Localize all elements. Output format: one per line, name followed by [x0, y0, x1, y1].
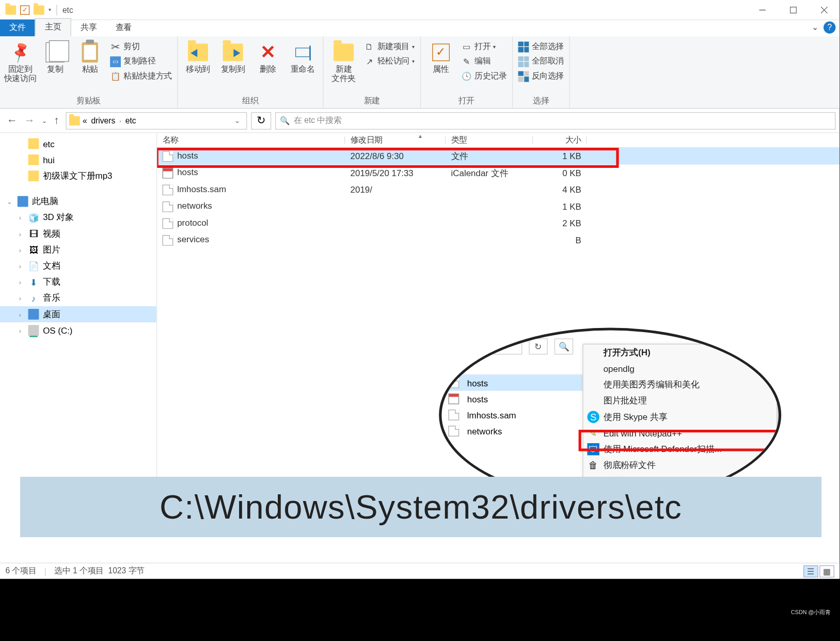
file-row[interactable]: servicesB	[157, 231, 839, 248]
skype-icon: S	[588, 411, 599, 423]
search-input[interactable]: 🔍 在 etc 中搜索	[275, 112, 836, 129]
navbar: ← → ⌄ ↑ « drivers › etc ⌄ ↻ 🔍 在 etc 中搜索	[0, 109, 839, 133]
group-open-label: 打开	[458, 94, 474, 108]
ctx-item-notepadpp[interactable]: ✎Edit with Notepad++	[583, 425, 776, 441]
up-button[interactable]: ↑	[54, 115, 59, 127]
file-icon	[448, 426, 459, 436]
pin-to-quickaccess-button[interactable]: 📌固定到 快速访问	[4, 39, 36, 84]
file-row[interactable]: networks1 KB	[157, 198, 839, 215]
tree-item[interactable]: ›🧊3D 对象	[0, 210, 156, 226]
file-icon	[163, 151, 173, 162]
close-button[interactable]	[809, 0, 840, 20]
tree-item[interactable]: hui	[0, 152, 156, 168]
select-all-button[interactable]: 全部选择	[517, 40, 565, 53]
calendar-icon	[163, 168, 173, 179]
3d-objects-icon: 🧊	[28, 212, 39, 223]
tree-item-desktop[interactable]: ›桌面	[0, 306, 156, 322]
qat-dropdown-icon[interactable]: ▾	[49, 7, 51, 13]
zoom-annotation: 组织 ⌄ ↻ 🔍 名称 hosts hosts lmhosts.sam netw…	[439, 327, 781, 502]
collapse-ribbon-icon[interactable]: ⌄	[812, 23, 818, 32]
view-details-button[interactable]: ☰	[803, 565, 818, 577]
tree-item-this-pc[interactable]: ⌄此电脑	[0, 193, 156, 209]
forward-button: →	[24, 115, 35, 127]
invert-selection-button[interactable]: 反向选择	[517, 70, 565, 83]
minimize-button[interactable]	[747, 0, 778, 20]
ctx-item-opendlg[interactable]: opendlg	[583, 361, 776, 377]
tab-view[interactable]: 查看	[106, 20, 141, 37]
copy-path-button[interactable]: ▭复制路径	[109, 55, 173, 68]
pc-icon	[18, 196, 28, 207]
video-icon: 🎞	[28, 228, 39, 239]
col-date[interactable]: 修改日期	[345, 134, 446, 146]
tree-item[interactable]: etc	[0, 136, 156, 152]
svg-rect-1	[790, 7, 797, 13]
tree-item[interactable]: ›📄文档	[0, 258, 156, 274]
file-icon	[163, 201, 173, 212]
file-header: 名称 ▴ 修改日期 类型 大小	[157, 133, 839, 148]
file-row[interactable]: lmhosts.sam2019/4 KB	[157, 181, 839, 198]
watermark: CSDN @小雨青	[791, 609, 831, 616]
history-button[interactable]: 🕓历史记录	[459, 70, 508, 83]
rename-button[interactable]: 重命名	[287, 39, 319, 74]
tree-item[interactable]: ›♪音乐	[0, 290, 156, 306]
paste-button[interactable]: 粘贴	[74, 39, 106, 74]
refresh-button[interactable]: ↻	[251, 112, 271, 129]
col-name[interactable]: 名称	[157, 134, 345, 146]
tree-item[interactable]: ›🖼图片	[0, 242, 156, 258]
folder-icon	[69, 116, 80, 125]
file-icon	[163, 218, 173, 229]
address-bar[interactable]: « drivers › etc ⌄	[66, 112, 247, 129]
col-type[interactable]: 类型	[446, 134, 533, 146]
window-title: etc	[62, 5, 73, 14]
maximize-button[interactable]	[778, 0, 809, 20]
tree-item[interactable]: ›OS (C:)	[0, 322, 156, 338]
address-dropdown-icon[interactable]: ⌄	[230, 117, 244, 124]
mini-address[interactable]: ⌄	[441, 338, 522, 354]
select-none-button[interactable]: 全部取消	[517, 55, 565, 68]
breadcrumb[interactable]: drivers	[90, 116, 117, 125]
file-row[interactable]: protocol2 KB	[157, 215, 839, 231]
file-row[interactable]: hosts2019/5/20 17:33iCalendar 文件0 KB	[157, 165, 839, 182]
tab-home[interactable]: 主页	[35, 18, 71, 36]
paste-shortcut-button[interactable]: 📋粘贴快捷方式	[109, 70, 173, 83]
pictures-icon: 🖼	[28, 244, 39, 255]
properties-button[interactable]: ✓属性	[425, 39, 457, 74]
nav-tree[interactable]: etc hui 初级课文下册mp3 ⌄此电脑 ›🧊3D 对象 ›🎞视频 ›🖼图片…	[0, 133, 157, 527]
music-icon: ♪	[28, 293, 39, 304]
ctx-item-batch[interactable]: 图片批处理	[583, 393, 776, 409]
copy-button[interactable]: 复制	[39, 39, 71, 74]
check-icon[interactable]: ✓	[20, 5, 29, 14]
moveto-button[interactable]: 移动到	[182, 39, 214, 74]
recent-dropdown-icon[interactable]: ⌄	[42, 117, 47, 124]
copyto-button[interactable]: 复制到	[217, 39, 249, 74]
delete-button[interactable]: ✕删除	[251, 39, 283, 74]
ctx-item-defender[interactable]: 🛡使用 Microsoft Defender扫描...	[583, 441, 776, 457]
path-annotation: C:\Windows\System32\drivers\etc	[20, 477, 821, 537]
group-new-label: 新建	[364, 94, 380, 108]
shred-icon: 🗑	[588, 459, 599, 471]
group-clipboard-label: 剪贴板	[76, 94, 101, 108]
search-icon: 🔍	[280, 116, 290, 125]
col-size[interactable]: 大小	[533, 134, 587, 146]
open-button[interactable]: ▭打开▾	[459, 40, 508, 53]
back-button[interactable]: ←	[7, 115, 18, 127]
new-item-button[interactable]: 🗋新建项目▾	[362, 40, 416, 53]
ctx-item-skype[interactable]: S使用 Skype 共享	[583, 409, 776, 425]
help-icon[interactable]: ?	[823, 22, 835, 34]
file-row[interactable]: hosts2022/8/6 9:30文件1 KB	[157, 148, 839, 165]
calendar-icon	[448, 394, 459, 404]
ctx-item-meitu[interactable]: 使用美图秀秀编辑和美化	[583, 377, 776, 393]
tab-file[interactable]: 文件	[0, 20, 35, 37]
view-icons-button[interactable]: ▦	[819, 565, 834, 577]
edit-button[interactable]: ✎编辑	[459, 55, 508, 68]
documents-icon: 📄	[28, 260, 39, 271]
tree-item[interactable]: ›⬇下载	[0, 274, 156, 290]
breadcrumb[interactable]: etc	[124, 116, 137, 125]
ctx-item-shred[interactable]: 🗑彻底粉碎文件	[583, 457, 776, 473]
tab-share[interactable]: 共享	[71, 20, 106, 37]
easy-access-button[interactable]: ↗轻松访问▾	[362, 55, 416, 68]
tree-item[interactable]: ›🎞视频	[0, 226, 156, 242]
new-folder-button[interactable]: 新建 文件夹	[327, 39, 359, 84]
tree-item[interactable]: 初级课文下册mp3	[0, 168, 156, 184]
cut-button[interactable]: ✂剪切	[109, 40, 173, 53]
